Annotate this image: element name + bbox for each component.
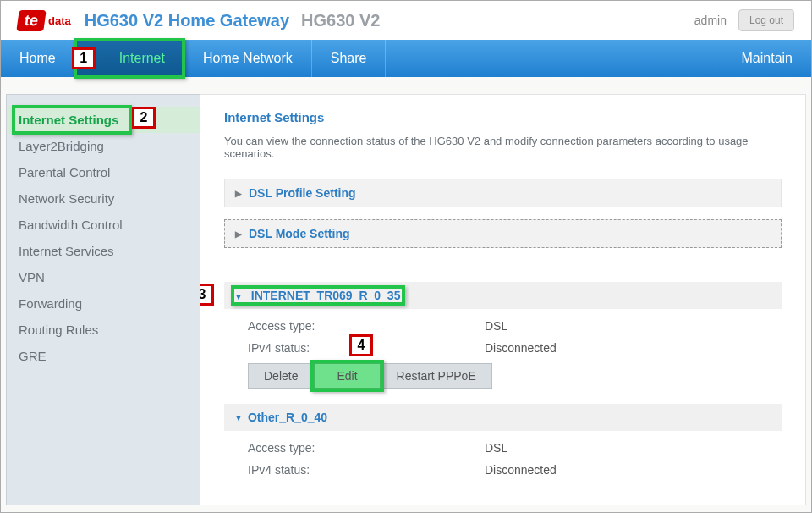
- logo: te data: [18, 10, 71, 31]
- main-content: Internet Settings You can view the conne…: [200, 94, 806, 505]
- panel-label: DSL Profile Setting: [249, 186, 356, 200]
- row-access-type: Access type: DSL: [248, 319, 758, 333]
- chevron-right-icon: ▶: [235, 189, 242, 198]
- button-row: Delete Edit Restart PPPoE: [248, 363, 758, 389]
- callout-2: 2: [132, 107, 156, 129]
- sidebar: Internet Settings 2 Layer2Bridging Paren…: [6, 94, 200, 505]
- connection-block-1: 3 ▼ INTERNET_TR069_R_0_35 Access type: D…: [224, 282, 782, 392]
- sidebar-item-parental-control[interactable]: Parental Control: [7, 159, 200, 185]
- nav-internet-label: Internet: [119, 51, 165, 66]
- logo-badge: te: [16, 10, 47, 31]
- row-ipv4-status: IPv4 status: Disconnected: [248, 463, 758, 477]
- value-ipv4-status: Disconnected: [485, 341, 557, 355]
- connection-name: INTERNET_TR069_R_0_35: [251, 289, 401, 302]
- panel-dsl-profile[interactable]: ▶ DSL Profile Setting: [224, 179, 782, 207]
- value-ipv4-status: Disconnected: [485, 463, 557, 477]
- sidebar-item-internet-settings[interactable]: Internet Settings: [7, 107, 200, 133]
- delete-button[interactable]: Delete: [248, 363, 314, 389]
- sidebar-item-bandwidth-control[interactable]: Bandwidth Control: [7, 212, 200, 238]
- connection-header[interactable]: 3 ▼ INTERNET_TR069_R_0_35: [224, 282, 782, 309]
- logout-button[interactable]: Log out: [738, 9, 794, 31]
- body: Internet Settings 2 Layer2Bridging Paren…: [1, 77, 811, 505]
- nav-home[interactable]: Home: [1, 40, 75, 77]
- sidebar-item-internet-services[interactable]: Internet Services: [7, 238, 200, 264]
- sidebar-item-layer2bridging[interactable]: Layer2Bridging: [7, 133, 200, 159]
- sidebar-item-gre[interactable]: GRE: [7, 343, 200, 369]
- chevron-down-icon: ▼: [234, 292, 243, 301]
- sidebar-item-vpn[interactable]: VPN: [7, 264, 200, 290]
- connection-body: Access type: DSL IPv4 status: Disconnect…: [224, 431, 782, 488]
- model-title: HG630 V2: [301, 11, 380, 30]
- label-ipv4-status: IPv4 status:: [248, 463, 485, 477]
- nav-maintain[interactable]: Maintain: [723, 40, 811, 77]
- chevron-down-icon: ▼: [234, 413, 243, 422]
- page-title: Internet Settings: [224, 110, 782, 124]
- main-nav: Home 1 Internet Home Network Share Maint…: [1, 40, 811, 77]
- row-access-type: Access type: DSL: [248, 441, 758, 455]
- logo-sub: data: [48, 14, 71, 27]
- value-access-type: DSL: [485, 319, 508, 333]
- connection-body: Access type: DSL IPv4 status: Disconnect…: [224, 309, 782, 392]
- sidebar-item-forwarding[interactable]: Forwarding: [7, 290, 200, 317]
- nav-home-network[interactable]: Home Network: [184, 40, 312, 77]
- panel-label: DSL Mode Setting: [249, 227, 350, 240]
- callout-4: 4: [349, 334, 373, 356]
- label-access-type: Access type:: [248, 319, 485, 333]
- nav-spacer: [386, 40, 722, 77]
- nav-share[interactable]: Share: [312, 40, 387, 77]
- product-title: HG630 V2 Home Gateway: [85, 11, 289, 30]
- page-desc: You can view the connection status of th…: [224, 135, 782, 160]
- callout-1: 1: [72, 47, 96, 69]
- label-access-type: Access type:: [248, 441, 485, 455]
- value-access-type: DSL: [485, 441, 508, 455]
- sidebar-item-network-security[interactable]: Network Security: [7, 185, 200, 212]
- callout-3: 3: [200, 284, 214, 306]
- connection-name: Other_R_0_40: [248, 411, 327, 424]
- nav-internet[interactable]: 1 Internet: [75, 40, 184, 77]
- connection-block-2: ▼ Other_R_0_40 Access type: DSL IPv4 sta…: [224, 404, 782, 488]
- sidebar-item-routing-rules[interactable]: Routing Rules: [7, 317, 200, 343]
- header: te data HG630 V2 Home Gateway HG630 V2 a…: [1, 1, 811, 40]
- chevron-right-icon: ▶: [235, 229, 242, 239]
- row-ipv4-status: IPv4 status: Disconnected 4: [248, 341, 758, 355]
- edit-button[interactable]: Edit: [314, 363, 380, 389]
- restart-pppoe-button[interactable]: Restart PPPoE: [381, 363, 492, 389]
- connection-header[interactable]: ▼ Other_R_0_40: [224, 404, 782, 431]
- panel-dsl-mode[interactable]: ▶ DSL Mode Setting: [224, 219, 782, 248]
- username-label: admin: [694, 14, 727, 27]
